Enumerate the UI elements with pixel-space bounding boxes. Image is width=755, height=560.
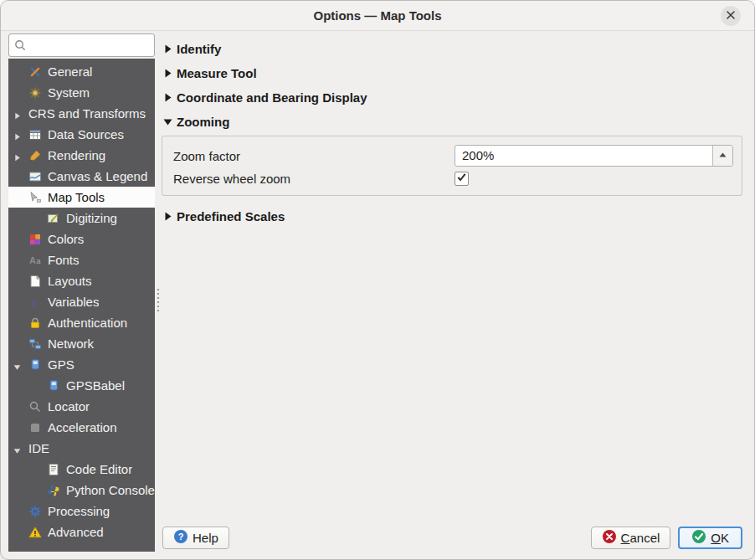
sidebar-item-layouts[interactable]: Layouts — [8, 270, 155, 291]
svg-text:A: A — [29, 255, 36, 265]
sidebar: GeneralSystemCRS and TransformsData Sour… — [8, 33, 155, 552]
sidebar-item-label: Digitizing — [66, 211, 117, 225]
digitizing-icon — [47, 212, 60, 225]
help-label: Help — [193, 531, 218, 545]
sidebar-item-python-console[interactable]: Python Console — [8, 480, 155, 501]
section-predefined-scales[interactable]: Predefined Scales — [162, 204, 747, 229]
dialog-footer: ? Help Cancel OK — [162, 527, 742, 549]
ok-button[interactable]: OK — [678, 527, 742, 549]
sidebar-item-label: Acceleration — [48, 420, 117, 434]
sidebar-item-processing[interactable]: Processing — [8, 501, 155, 521]
collapse-arrow-icon — [162, 116, 174, 128]
canvas-legend-icon — [28, 170, 42, 183]
sidebar-item-label: Colors — [48, 232, 84, 246]
advanced-icon — [28, 526, 42, 539]
sidebar-item-label: Network — [48, 337, 94, 351]
svg-text:?: ? — [178, 532, 184, 542]
sidebar-item-ide[interactable]: IDE — [8, 438, 155, 459]
splitter-handle[interactable] — [155, 33, 162, 552]
dialog-content: GeneralSystemCRS and TransformsData Sour… — [1, 32, 754, 559]
collapse-arrow-icon[interactable] — [13, 444, 22, 453]
section-identify[interactable]: Identify — [162, 37, 747, 61]
sidebar-item-colors[interactable]: Colors — [8, 229, 155, 249]
svg-text:a: a — [37, 257, 41, 265]
section-zooming[interactable]: Zooming — [162, 110, 747, 134]
expand-arrow-icon — [162, 67, 174, 80]
section-label: Identify — [177, 42, 221, 56]
sidebar-item-variables[interactable]: εVariables — [8, 291, 155, 312]
colors-icon — [28, 233, 42, 246]
close-icon — [726, 10, 736, 23]
ok-icon — [691, 529, 706, 547]
cancel-icon — [602, 529, 617, 547]
spin-up-button[interactable] — [713, 146, 732, 161]
search-icon — [14, 39, 26, 54]
sidebar-item-label: Processing — [48, 504, 110, 518]
sidebar-item-label: Fonts — [48, 253, 80, 267]
spin-down-button[interactable] — [713, 161, 732, 167]
sidebar-item-gpsbabel[interactable]: GPSBabel — [8, 375, 155, 396]
reverse-wheel-zoom-checkbox[interactable] — [455, 172, 469, 186]
sidebar-item-general[interactable]: General — [8, 61, 155, 82]
sidebar-item-locator[interactable]: Locator — [8, 396, 155, 417]
expand-arrow-icon — [162, 210, 174, 223]
sidebar-item-label: GPSBabel — [66, 378, 125, 393]
settings-search-input[interactable] — [8, 33, 155, 57]
expand-arrow-icon[interactable] — [13, 109, 22, 118]
help-button[interactable]: ? Help — [162, 527, 229, 549]
section-label: Zooming — [177, 115, 229, 129]
sidebar-item-gps[interactable]: GPS — [8, 354, 155, 375]
sidebar-item-authentication[interactable]: Authentication — [8, 312, 155, 333]
sidebar-item-label: Locator — [48, 399, 90, 414]
acceleration-icon — [28, 421, 42, 434]
processing-icon — [28, 505, 42, 518]
help-icon: ? — [173, 529, 188, 547]
sidebar-item-canvas-and-legend[interactable]: Canvas & Legend — [8, 166, 155, 187]
sidebar-item-label: CRS and Transforms — [28, 106, 146, 121]
zoom-factor-value[interactable]: 200% — [455, 146, 712, 166]
titlebar[interactable]: Options — Map Tools — [1, 1, 754, 31]
sidebar-item-label: General — [48, 64, 92, 79]
sidebar-item-label: Layouts — [48, 274, 92, 288]
gpsbabel-icon — [47, 379, 60, 393]
section-coordinate-bearing-display[interactable]: Coordinate and Bearing Display — [162, 85, 747, 110]
system-icon — [28, 86, 42, 100]
sidebar-item-advanced[interactable]: Advanced — [8, 521, 155, 542]
expand-arrow-icon[interactable] — [13, 130, 22, 139]
zoom-factor-spinbox[interactable]: 200% — [455, 145, 733, 167]
section-measure-tool[interactable]: Measure Tool — [162, 61, 747, 85]
sidebar-item-digitizing[interactable]: Digitizing — [8, 208, 155, 229]
sidebar-item-network[interactable]: Network — [8, 333, 155, 354]
sidebar-item-acceleration[interactable]: Acceleration — [8, 417, 155, 438]
sidebar-item-rendering[interactable]: Rendering — [8, 145, 155, 166]
zooming-group: Zoom factor 200% Reverse wheel zoom — [162, 136, 742, 196]
sidebar-item-label: Data Sources — [48, 127, 124, 141]
sidebar-item-fonts[interactable]: AaFonts — [8, 249, 155, 270]
zoom-factor-label: Zoom factor — [173, 149, 455, 163]
check-icon — [456, 171, 467, 186]
close-button[interactable] — [721, 6, 741, 26]
main-panel: Identify Measure Tool Coordinate and Bea… — [162, 33, 747, 552]
sidebar-item-crs-and-transforms[interactable]: CRS and Transforms — [8, 103, 155, 124]
expand-arrow-icon[interactable] — [13, 151, 22, 160]
variables-icon: ε — [28, 295, 42, 309]
network-icon — [28, 337, 42, 351]
cancel-button[interactable]: Cancel — [591, 527, 671, 549]
data-sources-icon — [28, 128, 42, 141]
sidebar-item-data-sources[interactable]: Data Sources — [8, 124, 155, 145]
fonts-icon: Aa — [28, 254, 42, 267]
collapse-arrow-icon[interactable] — [13, 360, 22, 369]
sidebar-item-label: Code Editor — [66, 462, 132, 476]
section-label: Measure Tool — [177, 66, 257, 80]
section-label: Coordinate and Bearing Display — [177, 90, 367, 105]
sidebar-item-label: Rendering — [48, 148, 105, 162]
sidebar-item-label: Advanced — [48, 525, 104, 539]
sidebar-item-label: Authentication — [48, 316, 127, 330]
sidebar-item-map-tools[interactable]: Map Tools — [8, 187, 155, 208]
gps-icon — [28, 358, 42, 372]
sidebar-item-system[interactable]: System — [8, 82, 155, 103]
sidebar-item-code-editor[interactable]: Code Editor — [8, 459, 155, 480]
locator-icon — [28, 400, 42, 414]
authentication-icon — [28, 316, 42, 330]
sidebar-item-label: IDE — [28, 441, 49, 455]
